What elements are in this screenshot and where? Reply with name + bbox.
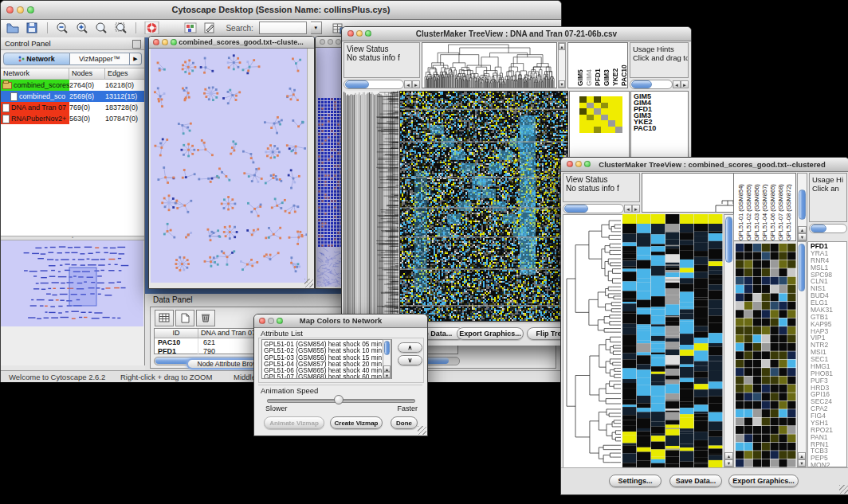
minimize-icon[interactable] — [268, 318, 274, 324]
usage-hints-scrollbar[interactable] — [809, 224, 847, 232]
float-panel-icon[interactable] — [132, 40, 141, 49]
matrix-cell[interactable] — [601, 96, 608, 103]
open-icon[interactable] — [6, 21, 20, 34]
matrix-cell[interactable] — [615, 108, 622, 115]
minimize-icon[interactable] — [17, 6, 24, 14]
scroll-up-icon[interactable]: ▲ — [798, 452, 806, 459]
network-list-row[interactable]: DNA and Tran 07 769(0) 183728(0) — [1, 102, 144, 113]
zoom-vscrollbar[interactable]: ▲ ▼ — [797, 241, 807, 467]
zoom-in-icon[interactable] — [75, 21, 89, 34]
heatmap-canvas[interactable] — [622, 214, 723, 467]
done-button[interactable]: Done — [391, 416, 418, 429]
scroll-down-icon[interactable]: ▼ — [798, 233, 807, 240]
scroll-up-icon[interactable]: ▲ — [724, 452, 733, 459]
matrix-cell[interactable] — [579, 103, 587, 109]
zoom-window-icon[interactable] — [584, 161, 591, 167]
matrix-cell[interactable] — [601, 108, 608, 115]
array-column-label[interactable]: GPL51-01 (GSM854) — [737, 175, 744, 240]
birdseye-overview[interactable] — [1, 240, 143, 326]
heatmap-canvas[interactable] — [399, 91, 568, 322]
usage-hints-scrollbar[interactable]: ◄► — [630, 80, 689, 89]
slider-thumb[interactable] — [334, 395, 344, 404]
matrix-cell[interactable] — [608, 96, 615, 103]
array-column-label[interactable]: GPL51-02 (GSM855) — [745, 175, 752, 240]
scroll-down-icon[interactable]: ▼ — [798, 459, 806, 467]
gene-column-label[interactable]: PFD1 — [594, 45, 601, 86]
close-icon[interactable] — [153, 39, 159, 45]
matrix-cell[interactable] — [579, 108, 587, 115]
move-down-button[interactable]: ∨ — [398, 355, 422, 365]
resize-grip[interactable] — [839, 485, 848, 494]
close-icon[interactable] — [567, 161, 573, 167]
zoom-out-icon[interactable] — [55, 21, 69, 34]
scroll-right-icon[interactable]: ► — [681, 80, 689, 88]
search-input[interactable] — [259, 21, 307, 34]
scroll-down-icon[interactable]: ▼ — [383, 372, 391, 378]
column-dendrogram-panel[interactable] — [422, 42, 557, 88]
zoom-window-icon[interactable] — [27, 6, 34, 14]
vscroll-thumb[interactable] — [799, 244, 805, 291]
matrix-cell[interactable] — [601, 127, 608, 133]
new-file-icon[interactable] — [175, 310, 194, 326]
zoom-heatmap-canvas[interactable] — [736, 244, 796, 467]
minimize-icon[interactable] — [328, 39, 333, 45]
array-column-label[interactable]: GPL51-08 (GSM872) — [785, 175, 792, 240]
main-title-bar[interactable]: Cytoscape Desktop (Session Name: collins… — [1, 1, 561, 20]
array-column-label[interactable]: GPL51-03 (GSM856) — [753, 175, 760, 240]
summary-heatmap[interactable] — [579, 96, 622, 133]
network-list-row[interactable]: combined_scores 2764(0) 16218(0) — [1, 80, 144, 91]
zoom-fit-icon[interactable] — [114, 21, 128, 34]
resize-grip[interactable] — [418, 426, 426, 435]
trash-icon[interactable] — [196, 310, 215, 326]
heatmap-vscrollbar[interactable]: ▲ ▼ — [724, 214, 734, 467]
export-graphics-button[interactable]: Export Graphics... — [457, 327, 524, 340]
zoom-window-icon[interactable] — [336, 39, 341, 45]
matrix-cell[interactable] — [587, 108, 594, 115]
matrix-cell[interactable] — [608, 115, 615, 121]
annotation-icon[interactable] — [202, 21, 217, 34]
vscroll-thumb[interactable] — [725, 217, 732, 263]
col-network[interactable]: Network — [1, 68, 69, 79]
matrix-cell[interactable] — [594, 108, 601, 115]
column-dendrogram-canvas[interactable] — [422, 43, 556, 88]
gene-column-label[interactable]: YKE2 — [611, 45, 618, 86]
network-view-canvas[interactable] — [151, 49, 307, 283]
scroll-right-icon[interactable]: ► — [412, 80, 420, 88]
network-list-row[interactable]: combined_sco 2569(6) 13112(15) — [1, 91, 144, 102]
matrix-cell[interactable] — [608, 103, 615, 109]
minimize-icon[interactable] — [162, 39, 168, 45]
dendro-vscrollbar[interactable]: ▲ ▼ — [558, 42, 566, 88]
scroll-down-icon[interactable]: ▼ — [559, 80, 565, 88]
scroll-left-icon[interactable]: ◄ — [624, 205, 632, 213]
zoom-selected-icon[interactable] — [94, 21, 108, 34]
col-nodes[interactable]: Nodes — [69, 68, 105, 79]
tab-vizmapper[interactable]: VizMapper™ — [70, 53, 130, 65]
matrix-cell[interactable] — [608, 108, 615, 115]
scroll-left-icon[interactable]: ◄ — [673, 80, 681, 88]
gene-column-label[interactable]: PAC10 — [620, 45, 627, 86]
matrix-cell[interactable] — [601, 103, 608, 109]
gene-column-label[interactable]: GIM3 — [603, 45, 610, 86]
matrix-cell[interactable] — [615, 120, 622, 127]
matrix-cell[interactable] — [615, 127, 622, 133]
attribute-item[interactable]: GPL51-07 (GSM868) heat shock 60 min — [264, 373, 382, 379]
network-list-row[interactable]: RNAPuberNov2+ 563(0) 107847(0) — [1, 113, 144, 124]
save-icon[interactable] — [25, 21, 39, 34]
row-dendrogram-canvas[interactable] — [344, 91, 398, 322]
array-column-label[interactable]: GPL51-06 (GSM865) — [769, 175, 776, 240]
array-column-label[interactable]: GPL51-04 (GSM857) — [761, 175, 768, 240]
attribute-listbox[interactable]: GPL51-01 (GSM854) heat shock 05 minGPL51… — [261, 339, 392, 379]
gene-row-label[interactable]: MON2 — [811, 462, 846, 467]
table-icon[interactable] — [155, 310, 174, 326]
matrix-cell[interactable] — [594, 103, 601, 109]
matrix-cell[interactable] — [594, 127, 601, 133]
network-vscrollbar[interactable] — [307, 49, 313, 283]
matrix-cell[interactable] — [594, 115, 601, 121]
create-vizmap-button[interactable]: Create Vizmap — [330, 416, 383, 429]
col-id[interactable]: ID — [155, 329, 198, 338]
zoom-window-icon[interactable] — [171, 39, 177, 45]
matrix-cell[interactable] — [579, 127, 587, 133]
matrix-cell[interactable] — [615, 115, 622, 121]
close-icon[interactable] — [347, 30, 354, 37]
move-up-button[interactable]: ∧ — [398, 342, 422, 353]
